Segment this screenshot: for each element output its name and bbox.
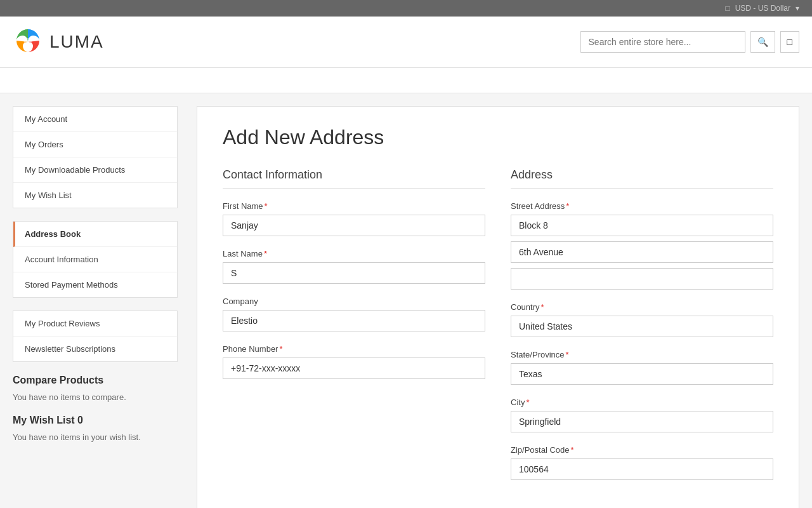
street-address-group: Street Address*	[511, 201, 773, 290]
compare-products-text: You have no items to compare.	[13, 392, 178, 402]
city-label: City*	[511, 398, 773, 407]
currency-label[interactable]: USD - US Dollar	[735, 4, 790, 13]
currency-icon: □	[725, 4, 730, 13]
company-group: Company	[223, 297, 485, 331]
address-section: Address Street Address* Country*	[511, 168, 773, 493]
contact-information-section: Contact Information First Name* Last Nam…	[223, 168, 485, 493]
logo-area: LUMA	[13, 27, 104, 57]
street-line1-input[interactable]	[511, 215, 773, 236]
country-group: Country*	[511, 302, 773, 337]
city-group: City*	[511, 398, 773, 432]
currency-dropdown-icon: ▾	[796, 4, 799, 13]
state-group: State/Province*	[511, 350, 773, 385]
zip-input[interactable]	[511, 458, 773, 480]
search-area: 🔍 □	[580, 31, 799, 53]
country-label: Country*	[511, 302, 773, 312]
header: LUMA 🔍 □	[0, 17, 812, 68]
search-input[interactable]	[580, 31, 745, 53]
sidebar-item-my-account[interactable]: My Account	[13, 107, 177, 132]
last-name-label: Last Name*	[223, 249, 485, 258]
sidebar-section-1: My Account My Orders My Downloadable Pro…	[13, 106, 178, 208]
wish-list-text: You have no items in your wish list.	[13, 432, 178, 442]
zip-label: Zip/Postal Code*	[511, 445, 773, 455]
sidebar-item-my-product-reviews[interactable]: My Product Reviews	[13, 311, 177, 337]
sidebar: My Account My Orders My Downloadable Pro…	[13, 106, 178, 508]
sidebar-item-my-downloadable-products[interactable]: My Downloadable Products	[13, 157, 177, 183]
last-name-group: Last Name*	[223, 249, 485, 284]
state-label: State/Province*	[511, 350, 773, 359]
company-input[interactable]	[223, 310, 485, 331]
zip-group: Zip/Postal Code*	[511, 445, 773, 480]
content-area: Add New Address Contact Information Firs…	[197, 106, 799, 508]
phone-label: Phone Number*	[223, 344, 485, 354]
company-label: Company	[223, 297, 485, 306]
first-name-group: First Name*	[223, 201, 485, 236]
nav-bar	[0, 68, 812, 93]
sidebar-section-2: Address Book Account Information Stored …	[13, 221, 178, 298]
address-section-title: Address	[511, 168, 773, 189]
phone-input[interactable]	[223, 358, 485, 379]
form-sections: Contact Information First Name* Last Nam…	[223, 168, 773, 493]
wish-list-widget: My Wish List 0 You have no items in your…	[13, 415, 178, 442]
phone-group: Phone Number*	[223, 344, 485, 379]
page-title: Add New Address	[223, 126, 773, 149]
compare-products-title: Compare Products	[13, 375, 178, 386]
street-address-label: Street Address*	[511, 201, 773, 211]
sidebar-section-3: My Product Reviews Newsletter Subscripti…	[13, 311, 178, 362]
first-name-label: First Name*	[223, 201, 485, 211]
country-input[interactable]	[511, 316, 773, 337]
sidebar-item-address-book[interactable]: Address Book	[13, 222, 177, 247]
city-input[interactable]	[511, 411, 773, 432]
contact-section-title: Contact Information	[223, 168, 485, 189]
sidebar-item-newsletter-subscriptions[interactable]: Newsletter Subscriptions	[13, 337, 177, 361]
logo-text[interactable]: LUMA	[49, 32, 104, 52]
sidebar-item-my-wish-list[interactable]: My Wish List	[13, 183, 177, 208]
first-name-required: *	[265, 201, 268, 211]
top-bar: □ USD - US Dollar ▾	[0, 0, 812, 17]
wish-list-title: My Wish List 0	[13, 415, 178, 426]
sidebar-item-stored-payment-methods[interactable]: Stored Payment Methods	[13, 272, 177, 297]
luma-logo-icon	[13, 27, 43, 57]
main-layout: My Account My Orders My Downloadable Pro…	[0, 106, 812, 508]
sidebar-item-my-orders[interactable]: My Orders	[13, 132, 177, 157]
street-inputs	[511, 215, 773, 290]
wish-list-count: 0	[77, 415, 83, 425]
last-name-input[interactable]	[223, 262, 485, 284]
street-line2-input[interactable]	[511, 241, 773, 263]
compare-products-widget: Compare Products You have no items to co…	[13, 375, 178, 402]
search-button[interactable]: 🔍	[750, 31, 775, 53]
street-line3-input[interactable]	[511, 268, 773, 290]
sidebar-item-account-information[interactable]: Account Information	[13, 247, 177, 272]
first-name-input[interactable]	[223, 215, 485, 236]
cart-button[interactable]: □	[780, 31, 799, 53]
state-input[interactable]	[511, 363, 773, 385]
